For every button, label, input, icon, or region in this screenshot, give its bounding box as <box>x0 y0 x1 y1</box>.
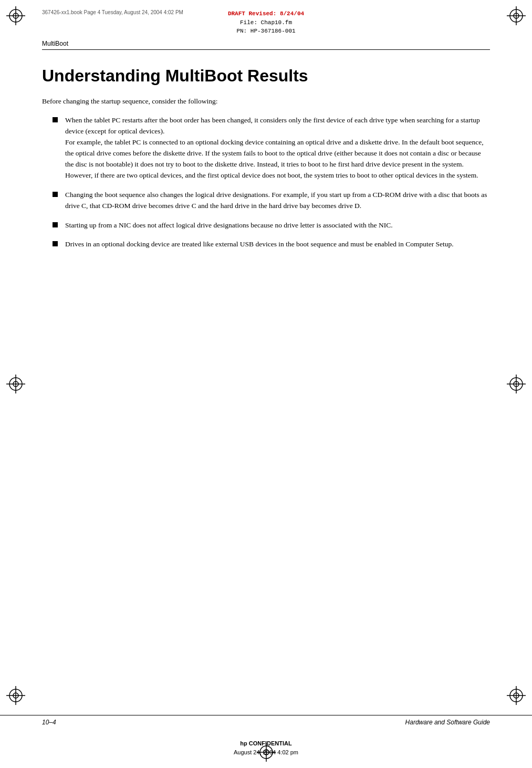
footer-page-number: 10–4 <box>42 719 56 726</box>
bullet-text-4: Drives in an optional docking device are… <box>65 239 490 250</box>
page-footer: 10–4 Hardware and Software Guide <box>0 715 532 726</box>
draft-line3: PN: HP-367186-001 <box>236 28 295 34</box>
chapter-label: MultiBoot <box>42 40 490 50</box>
list-item: When the tablet PC restarts after the bo… <box>53 115 490 181</box>
page-stamp: 367426-xx1.book Page 4 Tuesday, August 2… <box>42 9 183 15</box>
confidential-label: hp CONFIDENTIAL <box>234 739 298 748</box>
page-header: 367426-xx1.book Page 4 Tuesday, August 2… <box>0 0 532 36</box>
list-item: Drives in an optional docking device are… <box>53 239 490 250</box>
bullet-text-2: Changing the boot sequence also changes … <box>65 190 490 212</box>
list-item: Starting up from a NIC does not affect l… <box>53 220 490 231</box>
bullet-text-1: When the tablet PC restarts after the bo… <box>65 115 490 181</box>
footer-inner: 10–4 Hardware and Software Guide <box>42 715 490 726</box>
confidential-date: August 24, 2004 4:02 pm <box>234 748 298 757</box>
bullet-icon <box>53 117 58 122</box>
main-content: Understanding MultiBoot Results Before c… <box>0 50 532 275</box>
reg-mark-mid-left <box>6 375 25 393</box>
reg-mark-mid-right <box>507 375 526 393</box>
reg-mark-bottom-left <box>6 686 25 705</box>
bullet-text-3: Starting up from a NIC does not affect l… <box>65 220 490 231</box>
bullet-icon <box>53 192 58 197</box>
draft-line1: DRAFT Revised: 8/24/04 <box>228 11 304 17</box>
intro-paragraph: Before changing the startup sequence, co… <box>42 96 490 107</box>
draft-line2: File: Chap10.fm <box>240 19 292 26</box>
bullet-icon <box>53 241 58 246</box>
bullet-list: When the tablet PC restarts after the bo… <box>53 115 490 250</box>
list-item: Changing the boot sequence also changes … <box>53 190 490 212</box>
confidential-stamp: hp CONFIDENTIAL August 24, 2004 4:02 pm <box>234 739 298 756</box>
bullet-icon <box>53 222 58 227</box>
page: 367426-xx1.book Page 4 Tuesday, August 2… <box>0 0 532 768</box>
footer-guide-title: Hardware and Software Guide <box>405 719 490 726</box>
page-title: Understanding MultiBoot Results <box>42 66 490 86</box>
reg-mark-bottom-right <box>507 686 526 705</box>
